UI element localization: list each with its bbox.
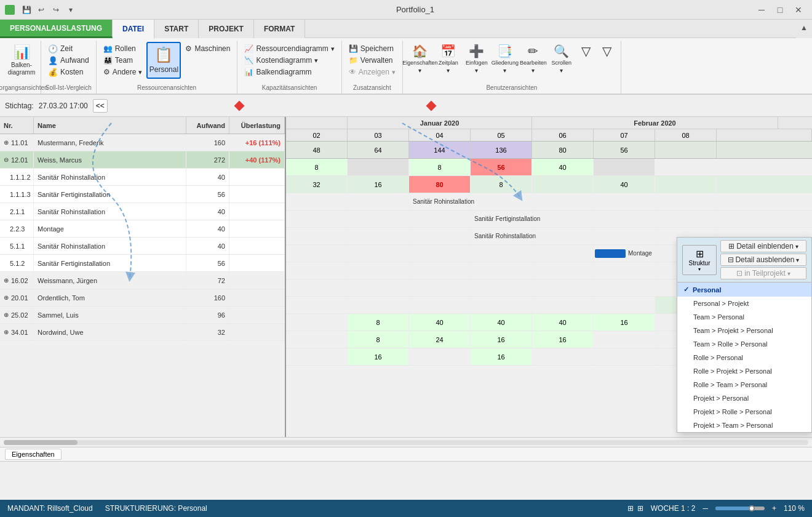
status-zoom-plus[interactable]: +: [772, 504, 776, 513]
balkendiagramm2-button[interactable]: 📊 Balkendiagramm: [241, 66, 337, 78]
tab-datei[interactable]: DATEI: [113, 20, 154, 39]
total-64: 64: [348, 142, 409, 158]
total-144: 144: [409, 142, 471, 158]
dropdown-item-rolle-personal[interactable]: Rolle > Personal: [677, 351, 811, 364]
table-row[interactable]: ⊕25.02 Sammel, Luis 96: [0, 307, 285, 324]
td-name: Weissmann, Jürgen: [34, 272, 186, 289]
ribbon-group-vorgangsansichten: 📊 Balken- diagramm Vorgangsansichten: [2, 41, 41, 94]
ressourcendiagramm-button[interactable]: 📈 Ressourcendiagramm▾: [241, 43, 337, 54]
dropdown-item-projekt-rolle-personal[interactable]: Projekt > Rolle > Personal: [677, 405, 811, 419]
eigenschaften-icon: 🏠: [412, 44, 428, 58]
team-button[interactable]: 👨‍👩‍👧 Team: [100, 55, 146, 66]
nav-back-button[interactable]: <<: [93, 99, 108, 113]
qa-menu[interactable]: ▾: [64, 3, 78, 17]
bar-label-montage: Montage: [628, 250, 652, 257]
table-row[interactable]: 2.2.3 Montage 40: [0, 220, 285, 238]
table-row[interactable]: ⊕11.01 Mustermann, Frederik 160 +16 (111…: [0, 134, 285, 151]
rollen-button[interactable]: 👥 Rollen: [100, 43, 146, 54]
dropdown-item-team-projekt-personal[interactable]: Team > Projekt > Personal: [677, 324, 811, 337]
bearbeiten-button[interactable]: ✏ Bearbeiten▾: [520, 42, 547, 78]
g-sub1-06: [532, 193, 594, 210]
gantt-week-rest: [717, 129, 812, 141]
maschinen-button[interactable]: ⚙ Maschinen: [182, 43, 233, 54]
table-row[interactable]: 2.1.1 Sanitär Rohinstallation 40: [0, 203, 285, 220]
aufwand-button[interactable]: 👤 Aufwand: [45, 55, 92, 66]
tab-projekt[interactable]: PROJEKT: [199, 20, 254, 38]
verwalten-button[interactable]: 📁 Verwalten: [346, 55, 399, 66]
balkdiag2-icon: 📊: [244, 68, 253, 76]
ressdiag-icon: 📈: [244, 44, 253, 53]
maximize-button[interactable]: □: [771, 2, 789, 17]
status-zoom-minus[interactable]: ─: [703, 504, 708, 513]
kostendiagramm-button[interactable]: 📉 Kostendiagramm▾: [241, 55, 337, 66]
dropdown-item-personal[interactable]: Personal: [677, 283, 811, 297]
filter1-icon: ▽: [581, 44, 591, 58]
balkendiagramm-button[interactable]: 📊 Balken- diagramm: [6, 42, 37, 79]
andere-icon: ⚙: [103, 68, 110, 76]
qa-save[interactable]: 💾: [20, 3, 33, 17]
horizontal-scrollbar[interactable]: [0, 437, 812, 447]
close-button[interactable]: ✕: [790, 2, 807, 17]
dropdown-item-team-personal[interactable]: Team > Personal: [677, 310, 811, 324]
zoom-slider-fill: [715, 507, 750, 510]
anzeigen-button[interactable]: 👁 Anzeigen▾: [346, 66, 399, 78]
einfuegen-button[interactable]: ➕ Einfügen▾: [463, 42, 490, 78]
table-row[interactable]: ⊕34.01 Nordwind, Uwe 32: [0, 324, 285, 341]
minimize-button[interactable]: ─: [753, 2, 770, 17]
status-zoom-value: 110 %: [784, 504, 805, 513]
table-row[interactable]: 1.1.1.3 Sanitär Fertiginstallation 56: [0, 186, 285, 203]
kosten-button[interactable]: 💰 Kosten: [45, 66, 92, 78]
dropdown-item-team-rolle-personal[interactable]: Team > Rolle > Personal: [677, 337, 811, 351]
table-row[interactable]: ⊖12.01 Weiss, Marcus 272 +40 (117%): [0, 151, 285, 169]
status-icon-1: ⊞: [627, 504, 634, 513]
td-aufwand: 40: [186, 238, 229, 254]
dropdown-item-rolle-projekt-personal[interactable]: Rolle > Projekt > Personal: [677, 364, 811, 378]
dropdown-item-personal-projekt[interactable]: Personal > Projekt: [677, 297, 811, 310]
qa-redo[interactable]: ↪: [49, 3, 63, 17]
g-sub5-04: [409, 262, 471, 279]
dropdown-item-projekt-team-personal[interactable]: Projekt > Team > Personal: [677, 419, 811, 432]
dropdown-header-row: ⊞ Struktur ▾ ⊞ Detail einblenden ▾ ⊟ Det…: [677, 238, 811, 283]
table-row[interactable]: ⊕20.01 Ordentlich, Tom 160: [0, 289, 285, 307]
g-1101-08: [655, 159, 717, 175]
zoom-slider[interactable]: [715, 507, 765, 510]
filter2-button[interactable]: ▽: [597, 42, 617, 78]
andere-button[interactable]: ⚙ Andere▾: [100, 66, 146, 78]
table-row[interactable]: 5.1.1 Sanitär Rohinstallation 40: [0, 238, 285, 255]
qa-undo[interactable]: ↩: [34, 3, 48, 17]
g-2502-07: [594, 331, 655, 348]
zeitplan-button[interactable]: 📅 Zeitplan▾: [435, 42, 462, 78]
in-teilprojekt-btn[interactable]: ⊡ in Teilprojekt ▾: [720, 267, 806, 279]
dropdown-item-projekt-personal[interactable]: Projekt > Personal: [677, 391, 811, 405]
tab-format[interactable]: FORMAT: [254, 20, 305, 38]
eigenschaften-tab[interactable]: Eigenschaften: [5, 449, 62, 460]
g-sub2-03: [348, 210, 409, 227]
scrollen-button[interactable]: 🔍 Scrollen▾: [548, 42, 575, 78]
speichern-button[interactable]: 💾 Speichern: [346, 43, 399, 54]
detail-ausblenden-btn[interactable]: ⊟ Detail ausblenden ▾: [720, 254, 806, 266]
filter1-button[interactable]: ▽: [576, 42, 596, 78]
table-row[interactable]: ⊕16.02 Weissmann, Jürgen 72: [0, 272, 285, 289]
ribbon-collapse[interactable]: ▲: [797, 21, 811, 34]
g-2502-02: [286, 331, 348, 348]
dropdown-item-rolle-team-personal[interactable]: Rolle > Team > Personal: [677, 378, 811, 391]
table-header: Nr. Name Aufwand Überlastung: [0, 117, 285, 134]
td-ueberlastung: [229, 203, 285, 220]
zoom-slider-thumb[interactable]: [749, 505, 755, 511]
gliederung-button[interactable]: 📑 Gliederung▾: [492, 42, 519, 78]
struktur-header-btn[interactable]: ⊞ Struktur ▾: [682, 245, 717, 275]
table-row[interactable]: 1.1.1.2 Sanitär Rohinstallation 40: [0, 169, 285, 186]
window-title: Portfolio_1: [396, 5, 434, 14]
eigenschaften-button[interactable]: 🏠 Eigenschaften▾: [407, 42, 434, 78]
g-sub4-07: Montage: [594, 245, 655, 262]
tab-personalauslastung[interactable]: PERSONALAUSLASTUNG: [0, 20, 113, 38]
total-rest: [717, 142, 812, 158]
scrollbar-thumb[interactable]: [4, 440, 78, 445]
detail-einblenden-btn[interactable]: ⊞ Detail einblenden ▾: [720, 240, 806, 252]
tab-start[interactable]: START: [154, 20, 199, 38]
g-sub2-02: [286, 210, 348, 227]
g-sub3-03: [348, 228, 409, 244]
zeit-button[interactable]: 🕐 Zeit: [45, 43, 92, 54]
table-row[interactable]: 5.1.2 Sanitär Fertiginstallation 56: [0, 255, 285, 272]
personal-large-button[interactable]: 📋 Personal: [146, 42, 181, 79]
